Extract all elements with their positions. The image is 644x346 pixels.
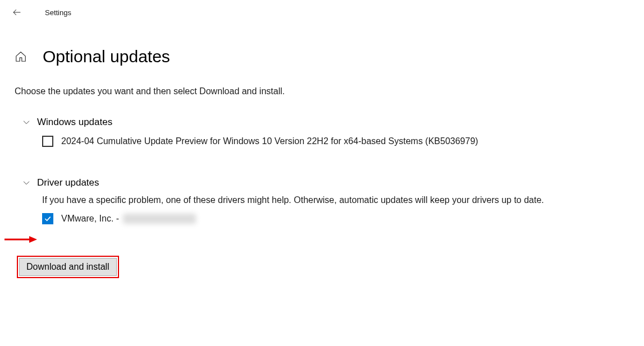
checkmark-icon	[43, 214, 52, 223]
windows-update-checkbox[interactable]	[42, 136, 53, 147]
arrow-left-icon	[12, 7, 22, 17]
windows-updates-toggle[interactable]: Windows updates	[21, 117, 629, 128]
back-button[interactable]	[10, 6, 24, 19]
home-icon	[15, 50, 27, 63]
driver-updates-title: Driver updates	[37, 177, 99, 188]
driver-update-label: VMware, Inc. -	[61, 214, 196, 224]
home-button[interactable]	[15, 50, 27, 63]
chevron-down-icon	[21, 178, 31, 188]
chevron-down-icon	[21, 117, 31, 127]
page-instruction: Choose the updates you want and then sel…	[0, 80, 644, 110]
update-item: 2024-04 Cumulative Update Preview for Wi…	[21, 128, 629, 147]
windows-update-label: 2024-04 Cumulative Update Preview for Wi…	[61, 136, 478, 146]
redacted-text	[123, 214, 196, 224]
page-title: Optional updates	[43, 47, 170, 66]
driver-update-checkbox[interactable]	[42, 213, 53, 224]
update-item: VMware, Inc. -	[21, 205, 629, 224]
driver-updates-toggle[interactable]: Driver updates	[21, 177, 629, 188]
windows-updates-title: Windows updates	[37, 117, 112, 128]
download-install-button[interactable]: Download and install	[19, 258, 117, 276]
driver-updates-description: If you have a specific problem, one of t…	[21, 188, 629, 205]
app-name: Settings	[45, 8, 71, 17]
annotation-highlight: Download and install	[17, 256, 119, 278]
